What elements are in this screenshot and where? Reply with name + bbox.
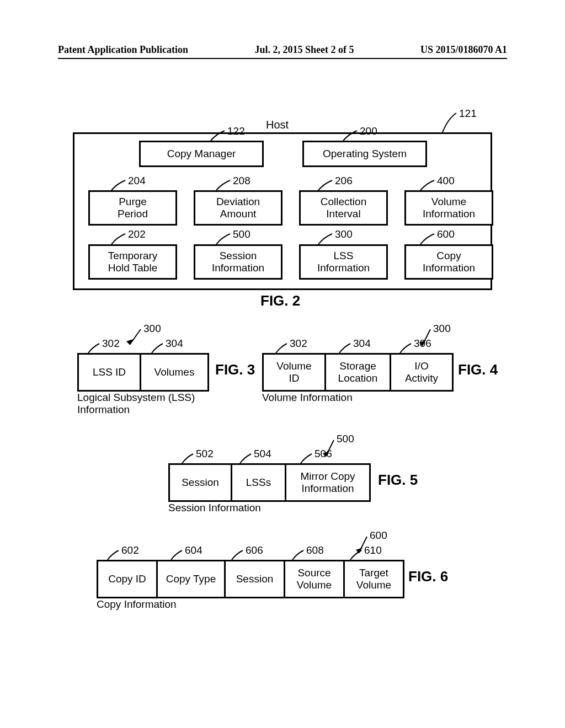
fig3-row: LSS ID Volumes — [77, 353, 209, 392]
header-center: Jul. 2, 2015 Sheet 2 of 5 — [255, 44, 354, 56]
fig2-mid-row: Purge Period Deviation Amount Collection… — [88, 190, 493, 226]
callout-206: 206 — [335, 175, 353, 187]
callout-306-fig4: 306 — [414, 338, 431, 350]
callout-600-fig6: 600 — [370, 529, 387, 542]
callout-121: 121 — [459, 108, 477, 120]
operating-system-box: Operating System — [302, 141, 427, 167]
callout-602-fig6: 602 — [121, 544, 139, 556]
fig4-label: FIG. 4 — [458, 361, 498, 378]
volume-information-box: Volume Information — [404, 190, 493, 226]
figure-4: Volume ID Storage Location I/O Activity … — [262, 323, 516, 422]
fig5-session-cell: Session — [168, 463, 232, 502]
fig5-mirror-copy-cell: Mirror Copy Information — [286, 463, 371, 502]
fig5-row: Session LSSs Mirror Copy Information — [168, 463, 371, 502]
callout-506-fig5: 506 — [315, 448, 332, 460]
figure-2: Host Copy Manager Operating System Purge… — [73, 108, 492, 306]
figure-5: Session LSSs Mirror Copy Information 500… — [168, 436, 455, 529]
callout-500: 500 — [233, 228, 250, 240]
fig3-volumes-cell: Volumes — [141, 353, 209, 392]
fig4-row: Volume ID Storage Location I/O Activity — [262, 353, 454, 392]
fig5-label: FIG. 5 — [378, 472, 418, 489]
deviation-amount-box: Deviation Amount — [194, 190, 282, 226]
fig4-volume-id-cell: Volume ID — [262, 353, 326, 392]
figure-3: LSS ID Volumes 300 302 304 FIG. 3 Logica… — [77, 323, 292, 422]
callout-500-fig5: 500 — [337, 433, 354, 445]
page-header: Patent Application Publication Jul. 2, 2… — [0, 44, 565, 56]
copy-manager-box: Copy Manager — [139, 141, 264, 167]
fig2-bot-row: Temporary Hold Table Session Information… — [88, 244, 493, 280]
callout-202: 202 — [128, 228, 146, 240]
callout-200: 200 — [360, 125, 377, 137]
callout-600: 600 — [437, 228, 455, 240]
copy-information-box: Copy Information — [404, 244, 493, 280]
callout-304-fig3: 304 — [166, 338, 183, 350]
svg-marker-3 — [356, 548, 363, 553]
fig4-caption: Volume Information — [262, 392, 353, 404]
temporary-hold-table-box: Temporary Hold Table — [88, 244, 177, 280]
fig6-caption: Copy Information — [97, 598, 177, 611]
callout-300-fig4: 300 — [433, 323, 451, 335]
fig3-lss-id-cell: LSS ID — [77, 353, 141, 392]
fig2-top-row: Copy Manager Operating System — [139, 141, 427, 167]
header-rule — [58, 58, 507, 59]
fig6-session-cell: Session — [226, 560, 285, 598]
svg-marker-0 — [126, 339, 133, 345]
fig4-io-activity-cell: I/O Activity — [391, 353, 454, 392]
callout-300: 300 — [335, 228, 353, 240]
lss-information-box: LSS Information — [299, 244, 388, 280]
callout-300-fig3: 300 — [143, 323, 161, 335]
callout-302-fig3: 302 — [102, 338, 120, 350]
callout-610-fig6: 610 — [364, 544, 382, 556]
callout-208: 208 — [233, 175, 250, 187]
callout-122: 122 — [227, 125, 245, 137]
header-left: Patent Application Publication — [58, 44, 188, 56]
callout-604-fig6: 604 — [185, 544, 202, 556]
fig6-source-volume-cell: Source Volume — [285, 560, 345, 598]
session-information-box: Session Information — [194, 244, 282, 280]
fig6-copy-id-cell: Copy ID — [97, 560, 158, 598]
fig5-lsss-cell: LSSs — [232, 463, 286, 502]
fig5-caption: Session Information — [168, 502, 261, 514]
callout-606-fig6: 606 — [246, 544, 263, 556]
figure-6: Copy ID Copy Type Session Source Volume … — [97, 532, 483, 626]
header-right: US 2015/0186070 A1 — [420, 44, 507, 56]
callout-504-fig5: 504 — [254, 448, 271, 460]
host-label: Host — [266, 119, 289, 131]
fig6-target-volume-cell: Target Volume — [345, 560, 404, 598]
fig3-caption: Logical Subsystem (LSS) Information — [77, 392, 195, 416]
callout-304-fig4: 304 — [353, 338, 371, 350]
fig3-label: FIG. 3 — [215, 361, 255, 378]
fig6-copy-type-cell: Copy Type — [158, 560, 226, 598]
callout-400: 400 — [437, 175, 455, 187]
content-area: Host Copy Manager Operating System Purge… — [66, 108, 499, 306]
purge-period-box: Purge Period — [88, 190, 177, 226]
fig6-row: Copy ID Copy Type Session Source Volume … — [97, 560, 404, 598]
callout-302-fig4: 302 — [290, 338, 307, 350]
callout-204: 204 — [128, 175, 146, 187]
callout-608-fig6: 608 — [306, 544, 324, 556]
fig2-label: FIG. 2 — [260, 292, 300, 309]
callout-502-fig5: 502 — [196, 448, 214, 460]
collection-interval-box: Collection Interval — [299, 190, 388, 226]
fig6-label: FIG. 6 — [408, 568, 448, 585]
fig4-storage-location-cell: Storage Location — [326, 353, 391, 392]
